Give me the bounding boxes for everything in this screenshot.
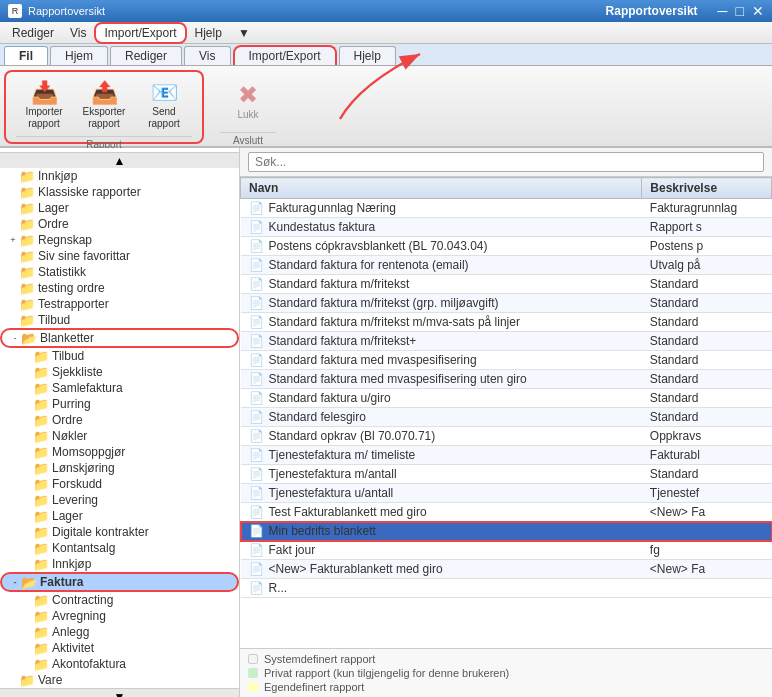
- sidebar-item-faktura[interactable]: - 📂 Faktura: [0, 572, 239, 592]
- table-row[interactable]: 📄Standard faktura m/fritekst (grp. miljø…: [241, 294, 772, 313]
- menu-vis[interactable]: Vis: [62, 24, 94, 42]
- tab-vis[interactable]: Vis: [184, 46, 230, 65]
- cell-beskrivelse: Standard: [642, 408, 772, 427]
- lukk-button[interactable]: ✖ Lukk: [220, 74, 276, 130]
- sidebar-item-kontantsalg[interactable]: 📁 Kontantsalg: [0, 540, 239, 556]
- table-row[interactable]: 📄Standard faktura med mvaspesifisering u…: [241, 370, 772, 389]
- table-row[interactable]: 📄Standard faktura med mvaspesifiseringSt…: [241, 351, 772, 370]
- table-row[interactable]: 📄Tjenestefaktura u/antallTjenestef: [241, 484, 772, 503]
- sidebar-item-nokler[interactable]: 📁 Nøkler: [0, 428, 239, 444]
- maximize-button[interactable]: □: [736, 3, 744, 19]
- toggle-faktura[interactable]: -: [10, 577, 20, 587]
- cell-navn: 📄Standard felesgiro: [241, 408, 642, 427]
- sidebar-item-regnskap[interactable]: + 📁 Regnskap: [0, 232, 239, 248]
- tab-hjelp[interactable]: Hjelp: [339, 46, 396, 65]
- table-row[interactable]: 📄Standard felesgiroStandard: [241, 408, 772, 427]
- sidebar-item-akontofaktura[interactable]: 📁 Akontofaktura: [0, 656, 239, 672]
- sidebar-item-tilbud[interactable]: 📁 Tilbud: [0, 348, 239, 364]
- sidebar-item-ordre[interactable]: 📁 Ordre: [0, 216, 239, 232]
- send-label: Sendrapport: [148, 106, 180, 130]
- sidebar-item-ordre2[interactable]: 📁 Ordre: [0, 412, 239, 428]
- toggle-contracting: [22, 595, 32, 605]
- cell-navn: 📄Fakt jour: [241, 541, 642, 560]
- table-row[interactable]: 📄Tjenestefaktura m/ timelisteFakturabl: [241, 446, 772, 465]
- sidebar-label-avregning: Avregning: [52, 609, 106, 623]
- row-navn-text: Fakt jour: [269, 543, 316, 557]
- sidebar-scroll-down[interactable]: ▼: [0, 688, 239, 697]
- table-row[interactable]: 📄Fakturaɡunnlag NæringFakturagrunnlag: [241, 199, 772, 218]
- send-rapport-button[interactable]: 📧 Sendrapport: [136, 78, 192, 134]
- toggle-ordre2: [22, 415, 32, 425]
- col-navn[interactable]: Navn: [241, 178, 642, 199]
- sidebar-item-tilbud-top[interactable]: 📁 Tilbud: [0, 312, 239, 328]
- importer-rapport-button[interactable]: 📥 Importer rapport: [16, 78, 72, 134]
- sidebar-item-avregning[interactable]: 📁 Avregning: [0, 608, 239, 624]
- sidebar-item-lager2[interactable]: 📁 Lager: [0, 508, 239, 524]
- table-row[interactable]: 📄Standard opkrav (Bl 70.070.71)Oppkravs: [241, 427, 772, 446]
- table-row[interactable]: 📄Test Fakturablankett med giro<New> Fa: [241, 503, 772, 522]
- sidebar-item-statistikk[interactable]: 📁 Statistikk: [0, 264, 239, 280]
- sidebar-item-testrapporter[interactable]: 📁 Testrapporter: [0, 296, 239, 312]
- tab-strip: Fil Hjem Rediger Vis Import/Export Hjelp: [0, 44, 772, 66]
- table-row[interactable]: 📄Min bedrifts blankett: [241, 522, 772, 541]
- sidebar-item-klassiske[interactable]: 📁 Klassiske rapporter: [0, 184, 239, 200]
- sidebar-item-contracting[interactable]: 📁 Contracting: [0, 592, 239, 608]
- menu-import-export[interactable]: Import/Export: [94, 22, 186, 44]
- tab-import-export[interactable]: Import/Export: [233, 45, 337, 65]
- table-row[interactable]: 📄<New> Fakturablankett med giro<New> Fa: [241, 560, 772, 579]
- sidebar-item-forskudd[interactable]: 📁 Forskudd: [0, 476, 239, 492]
- sidebar-item-aktivitet[interactable]: 📁 Aktivitet: [0, 640, 239, 656]
- toggle-blanketter[interactable]: -: [10, 333, 20, 343]
- table-row[interactable]: 📄Postens cópkravsblankett (BL 70.043.04)…: [241, 237, 772, 256]
- sidebar-item-testing-ordre[interactable]: 📁 testing ordre: [0, 280, 239, 296]
- folder-icon-lager: 📁: [20, 201, 34, 215]
- table-row[interactable]: 📄Tjenestefaktura m/antallStandard: [241, 465, 772, 484]
- menu-hjelp[interactable]: Hjelp: [187, 24, 230, 42]
- sidebar-item-innkjop2[interactable]: 📁 Innkjøp: [0, 556, 239, 572]
- table-row[interactable]: 📄Standard faktura u/giroStandard: [241, 389, 772, 408]
- eksporter-rapport-button[interactable]: 📤 Eksporterrapport: [76, 78, 132, 134]
- table-row[interactable]: 📄R...: [241, 579, 772, 598]
- sidebar-scroll-up[interactable]: ▲: [0, 152, 239, 168]
- table-row[interactable]: 📄Standard faktura m/fritekst+Standard: [241, 332, 772, 351]
- folder-icon-purring: 📁: [34, 397, 48, 411]
- sidebar-item-sjekkliste[interactable]: 📁 Sjekkliste: [0, 364, 239, 380]
- sidebar-item-innkjop[interactable]: 📁 Innkjøp: [0, 168, 239, 184]
- table-row[interactable]: 📄Standard faktura m/fritekstStandard: [241, 275, 772, 294]
- table-row[interactable]: 📄Fakt jourfg: [241, 541, 772, 560]
- importer-icon: 📥: [31, 82, 58, 104]
- sidebar-item-lonnskjoring[interactable]: 📁 Lønskjøring: [0, 460, 239, 476]
- sidebar-item-digitale[interactable]: 📁 Digitale kontrakter: [0, 524, 239, 540]
- sidebar-item-purring[interactable]: 📁 Purring: [0, 396, 239, 412]
- sidebar-item-siv[interactable]: 📁 Siv sine favorittar: [0, 248, 239, 264]
- toggle-vare: [8, 675, 18, 685]
- search-input[interactable]: [248, 152, 764, 172]
- sidebar-item-anlegg[interactable]: 📁 Anlegg: [0, 624, 239, 640]
- cell-navn: 📄Test Fakturablankett med giro: [241, 503, 642, 522]
- toggle-forskudd: [22, 479, 32, 489]
- sidebar-item-momsoppgjor[interactable]: 📁 Momsoppgjør: [0, 444, 239, 460]
- folder-icon-testrapporter: 📁: [20, 297, 34, 311]
- minimize-button[interactable]: ─: [718, 3, 728, 19]
- sidebar-item-blanketter[interactable]: - 📂 Blanketter: [0, 328, 239, 348]
- menu-rediger[interactable]: Rediger: [4, 24, 62, 42]
- tab-rediger[interactable]: Rediger: [110, 46, 182, 65]
- col-beskrivelse[interactable]: Beskrivelse: [642, 178, 772, 199]
- close-button[interactable]: ✕: [752, 3, 764, 19]
- tab-fil[interactable]: Fil: [4, 46, 48, 65]
- toggle-ordre: [8, 219, 18, 229]
- sidebar-item-lager[interactable]: 📁 Lager: [0, 200, 239, 216]
- table-row[interactable]: 📄Standard faktura for rentenota (email)U…: [241, 256, 772, 275]
- sidebar-item-samlefaktura[interactable]: 📁 Samlefaktura: [0, 380, 239, 396]
- table-row[interactable]: 📄Standard faktura m/fritekst m/mva-sats …: [241, 313, 772, 332]
- tab-hjem[interactable]: Hjem: [50, 46, 108, 65]
- sidebar-item-levering[interactable]: 📁 Levering: [0, 492, 239, 508]
- menu-dropdown-arrow[interactable]: ▼: [230, 24, 258, 42]
- cell-beskrivelse: Oppkravs: [642, 427, 772, 446]
- cell-beskrivelse: Postens p: [642, 237, 772, 256]
- table-row[interactable]: 📄Kundestatus fakturaRapport s: [241, 218, 772, 237]
- row-doc-icon: 📄: [249, 296, 264, 310]
- sidebar-item-vare[interactable]: 📁 Vare: [0, 672, 239, 688]
- legend-egendefinert-label: Egendefinert rapport: [264, 681, 364, 693]
- main-content: ▲ 📁 Innkjøp 📁 Klassiske rapporter 📁 Lage…: [0, 148, 772, 697]
